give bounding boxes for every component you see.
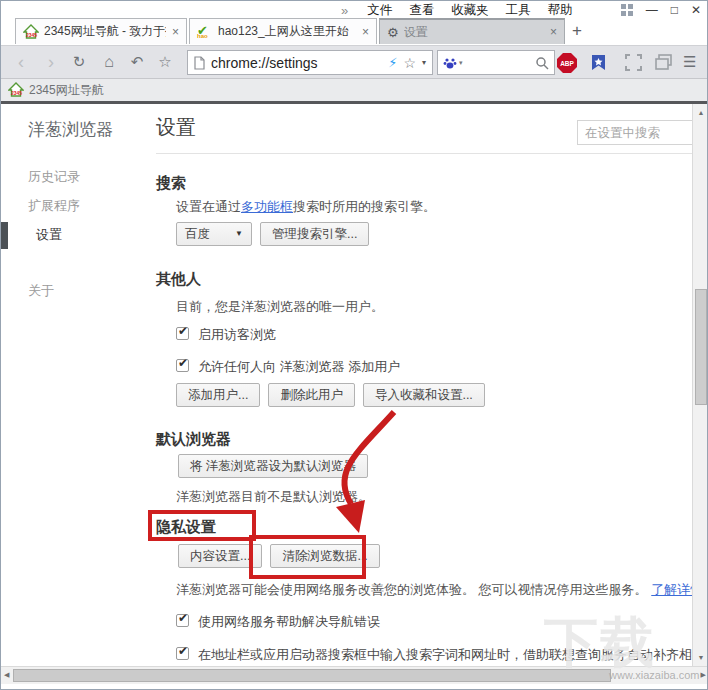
- checkbox[interactable]: ✔: [176, 327, 189, 340]
- sidebar-item-about[interactable]: 关于: [28, 282, 54, 300]
- autocomplete-checkbox-row[interactable]: ✔ 在地址栏或应用启动器搜索框中输入搜索字词和网址时，借助联想查询服务自动补齐相…: [176, 646, 708, 664]
- collect-bookmark-icon[interactable]: [589, 52, 609, 76]
- vertical-scroll-thumb[interactable]: [695, 289, 707, 405]
- undo-icon[interactable]: ↶: [125, 46, 149, 78]
- user-buttons: 添加用户... 删除此用户 导入收藏和设置...: [176, 383, 485, 407]
- tab-title: 2345网址导航 - 致力于打: [44, 23, 166, 40]
- minimize-button[interactable]: —: [646, 3, 658, 17]
- scroll-down-icon[interactable]: ▼: [693, 654, 708, 661]
- set-default-browser-button[interactable]: 将 洋葱浏览器设为默认浏览器: [178, 454, 368, 478]
- tab-settings[interactable]: ⚙ 设置 ×: [379, 18, 565, 44]
- section-heading-others: 其他人: [156, 270, 201, 289]
- new-tab-button[interactable]: +: [572, 21, 582, 41]
- others-description: 目前，您是洋葱浏览器的唯一用户。: [176, 298, 384, 316]
- menu-tools[interactable]: 工具: [506, 2, 531, 19]
- tab-close-icon[interactable]: ×: [362, 25, 369, 39]
- search-description: 设置在通过多功能框搜索时所用的搜索引擎。: [176, 198, 436, 216]
- scroll-right-icon[interactable]: ▶: [701, 671, 706, 679]
- site-2345-icon: 2345: [23, 24, 39, 40]
- search-icon[interactable]: [535, 56, 549, 70]
- sidebar-selected-indicator: [1, 222, 8, 249]
- vertical-scrollbar[interactable]: ▲ ▼: [692, 104, 708, 666]
- omnibox-link[interactable]: 多功能框: [241, 199, 293, 214]
- tab-title: hao123_上网从这里开始: [218, 23, 356, 40]
- privacy-buttons: 内容设置... 清除浏览数据...: [178, 544, 380, 568]
- address-bar[interactable]: chrome://settings ⚡ ☆ ▾: [187, 50, 433, 75]
- add-user-button[interactable]: 添加用户...: [176, 383, 260, 407]
- guest-browsing-checkbox-row[interactable]: ✔ 启用访客浏览: [176, 326, 276, 344]
- menu-bar: » 文件 查看 收藏夹 工具 帮助: [341, 1, 573, 19]
- windows-layout-icon[interactable]: [655, 54, 672, 75]
- search-engine-dropdown[interactable]: 百度 ▼: [176, 222, 252, 246]
- checkbox-label: 启用访客浏览: [198, 326, 276, 344]
- grid-icon[interactable]: [621, 4, 633, 16]
- horizontal-scrollbar[interactable]: ◀ ▶: [1, 666, 708, 684]
- sidebar-item-history[interactable]: 历史记录: [28, 168, 80, 186]
- page-icon: [194, 56, 205, 70]
- forward-icon[interactable]: ›: [39, 46, 63, 78]
- checkbox[interactable]: ✔: [176, 614, 189, 627]
- bookmarks-bar: 2345 2345网址导航: [1, 79, 708, 101]
- fullscreen-icon[interactable]: [625, 54, 642, 75]
- delete-user-button[interactable]: 删除此用户: [268, 383, 355, 407]
- tab-2345[interactable]: 2345 2345网址导航 - 致力于打 ×: [15, 18, 187, 44]
- privacy-description: 洋葱浏览器可能会使用网络服务改善您的浏览体验。 您可以视情况停用这些服务。 了解…: [176, 581, 703, 599]
- hamburger-menu-icon[interactable]: ☰: [683, 53, 696, 71]
- browser-window: » 文件 查看 收藏夹 工具 帮助 — □ ✕ 2345 2345网址导航 - …: [0, 0, 708, 690]
- close-button[interactable]: ✕: [691, 3, 701, 17]
- page-title: 设置: [156, 114, 196, 141]
- quick-search-box[interactable]: ▾: [437, 50, 555, 75]
- nav-error-checkbox-row[interactable]: ✔ 使用网络服务帮助解决导航错误: [176, 613, 380, 631]
- menu-help[interactable]: 帮助: [548, 2, 573, 19]
- checkbox[interactable]: ✔: [176, 647, 189, 660]
- scroll-left-icon[interactable]: ◀: [4, 671, 9, 679]
- hao123-icon: ✔ hao: [197, 24, 213, 40]
- clear-browsing-data-button[interactable]: 清除浏览数据...: [270, 544, 379, 568]
- dropdown-caret-icon: ▼: [235, 223, 243, 245]
- lightning-icon[interactable]: ⚡: [388, 55, 397, 70]
- maximize-button[interactable]: □: [671, 3, 678, 17]
- checkmark-icon: ✔: [178, 644, 188, 658]
- menu-file[interactable]: 文件: [367, 2, 392, 19]
- baidu-paw-icon[interactable]: [443, 56, 457, 70]
- settings-page: 洋葱浏览器 历史记录 扩展程序 设置 关于 设置 搜索 设置在通过多功能框搜索时…: [1, 104, 708, 666]
- sidebar-item-extensions[interactable]: 扩展程序: [28, 197, 80, 215]
- section-heading-default-browser: 默认浏览器: [156, 430, 231, 449]
- title-divider: [156, 153, 693, 154]
- back-icon[interactable]: ‹: [9, 46, 33, 78]
- tab-close-icon[interactable]: ×: [550, 25, 557, 39]
- settings-search-input[interactable]: [577, 120, 693, 145]
- checkbox-label: 允许任何人向 洋葱浏览器 添加用户: [198, 358, 400, 376]
- chevron-down-icon[interactable]: ▾: [422, 58, 426, 67]
- checkbox-label: 使用网络服务帮助解决导航错误: [198, 613, 380, 631]
- sidebar-item-settings[interactable]: 设置: [28, 226, 104, 244]
- checkbox-label: 在地址栏或应用启动器搜索框中输入搜索字词和网址时，借助联想查询服务自动补齐相关内…: [198, 646, 708, 664]
- chevron-down-icon[interactable]: ▾: [459, 59, 463, 67]
- reload-icon[interactable]: ↻: [67, 46, 91, 78]
- checkmark-icon: ✔: [178, 324, 188, 338]
- content-settings-button[interactable]: 内容设置...: [178, 544, 262, 568]
- section-heading-privacy: 隐私设置: [156, 518, 216, 537]
- menu-view[interactable]: 查看: [409, 2, 434, 19]
- favorite-star-icon[interactable]: ☆: [403, 55, 416, 71]
- sidebar-brand: 洋葱浏览器: [28, 118, 113, 141]
- toolbar-overflow-chevron-icon[interactable]: »: [341, 3, 348, 18]
- menu-favorites[interactable]: 收藏夹: [451, 2, 489, 19]
- horizontal-scroll-thumb[interactable]: [13, 669, 611, 682]
- settings-main: 设置 搜索 设置在通过多功能框搜索时所用的搜索引擎。 百度 ▼ 管理搜索引擎..…: [156, 104, 693, 666]
- import-bookmarks-settings-button[interactable]: 导入收藏和设置...: [363, 383, 485, 407]
- allow-add-user-checkbox-row[interactable]: ✔ 允许任何人向 洋葱浏览器 添加用户: [176, 358, 400, 376]
- checkbox[interactable]: ✔: [176, 359, 189, 372]
- bookmark-star-icon[interactable]: ☆: [153, 46, 177, 78]
- url-text[interactable]: chrome://settings: [211, 55, 382, 71]
- bookmark-2345[interactable]: 2345 2345网址导航: [8, 81, 104, 99]
- tab-hao123[interactable]: ✔ hao hao123_上网从这里开始 ×: [189, 18, 377, 44]
- home-icon[interactable]: ⌂: [97, 46, 121, 78]
- window-controls: — □ ✕: [621, 2, 701, 18]
- manage-search-engines-button[interactable]: 管理搜索引擎...: [260, 222, 369, 246]
- search-controls: 百度 ▼ 管理搜索引擎...: [176, 222, 369, 246]
- checkmark-icon: ✔: [178, 356, 188, 370]
- tab-close-icon[interactable]: ×: [172, 25, 179, 39]
- adblock-plus-icon[interactable]: ABP: [557, 53, 577, 73]
- scroll-up-icon[interactable]: ▲: [693, 109, 708, 116]
